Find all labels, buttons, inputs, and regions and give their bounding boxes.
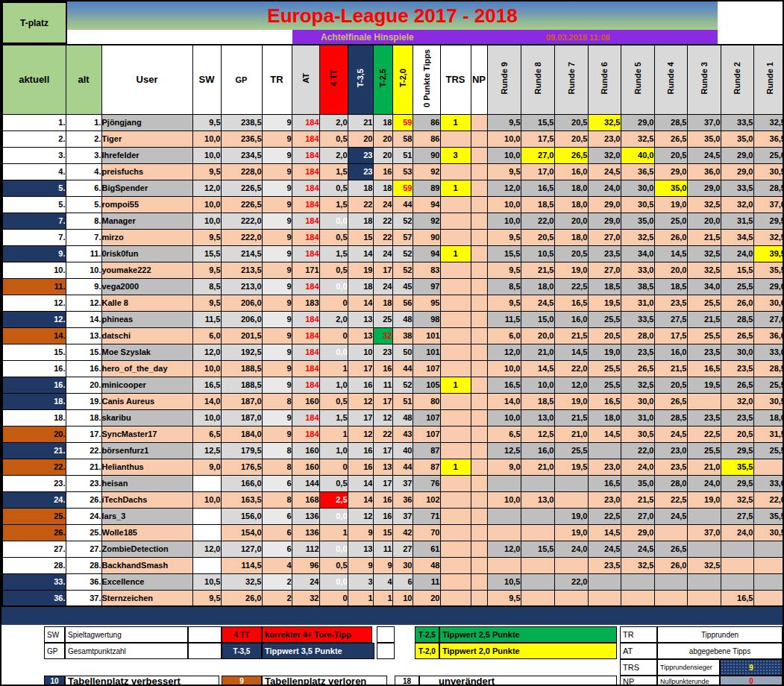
cell-gp[interactable]: 184,0 <box>221 426 262 442</box>
col-header-t35[interactable]: T-3,5 <box>348 45 373 114</box>
cell-r2[interactable]: 29,0 <box>721 163 753 180</box>
cell-r1[interactable]: 30,5 <box>753 524 784 541</box>
cell-r4[interactable]: 23,0 <box>654 442 687 459</box>
cell-r7[interactable]: 19,0 <box>554 508 588 524</box>
cell-tr[interactable]: 4 <box>262 557 292 573</box>
cell-gp[interactable]: 226,5 <box>221 196 262 213</box>
cell-gp[interactable]: 163,5 <box>221 491 262 508</box>
cell-r1[interactable]: 30,5 <box>753 393 784 409</box>
cell-r3[interactable] <box>687 393 721 409</box>
cell-tr[interactable]: 9 <box>262 114 292 130</box>
cell-r4[interactable]: 20,5 <box>654 147 687 163</box>
cell-t20[interactable]: 43 <box>392 426 413 442</box>
cell-t35[interactable]: 19 <box>348 262 373 278</box>
cell-r6[interactable] <box>588 573 621 590</box>
cell-akt[interactable]: 24. <box>2 491 66 508</box>
col-header-at[interactable]: AT <box>292 45 319 114</box>
cell-sw[interactable]: 10,5 <box>192 573 221 590</box>
cell-r5[interactable]: 29,0 <box>621 524 654 541</box>
legend-improved-key[interactable]: 10 <box>44 676 65 686</box>
cell-t20[interactable]: 50 <box>392 344 413 360</box>
cell-alt[interactable]: 17. <box>66 426 101 442</box>
cell-r3[interactable]: 25,5 <box>687 327 721 344</box>
cell-r1[interactable] <box>753 459 784 475</box>
cell-r4[interactable]: 20,5 <box>654 377 687 393</box>
cell-akt[interactable]: 12. <box>2 311 66 327</box>
cell-r7[interactable]: 22,0 <box>554 360 588 377</box>
cell-r7[interactable]: 19,0 <box>554 524 588 541</box>
cell-r2[interactable]: 23,5 <box>721 409 753 426</box>
cell-tt4[interactable]: 1,5 <box>319 409 348 426</box>
cell-np[interactable] <box>471 459 487 475</box>
cell-r5[interactable]: 32,5 <box>621 130 654 147</box>
cell-r5[interactable]: 36,5 <box>621 163 654 180</box>
cell-gp[interactable]: 166,0 <box>221 475 262 491</box>
cell-r4[interactable]: 28,5 <box>654 114 687 130</box>
col-header-r1[interactable]: Runde 1 <box>753 45 784 114</box>
cell-r4[interactable]: 16,0 <box>654 344 687 360</box>
cell-trs[interactable] <box>440 442 471 459</box>
cell-t35[interactable]: 3 <box>348 573 373 590</box>
cell-sw[interactable]: 10,0 <box>192 147 221 163</box>
cell-r9[interactable]: 6,5 <box>487 426 521 442</box>
cell-t20[interactable]: 44 <box>392 459 413 475</box>
cell-r7[interactable]: 20,5 <box>554 130 588 147</box>
cell-akt[interactable]: 7. <box>2 229 66 245</box>
cell-t35[interactable]: 14 <box>348 295 373 311</box>
cell-t20[interactable]: 48 <box>392 409 413 426</box>
cell-t20[interactable]: 52 <box>392 377 413 393</box>
cell-r7[interactable]: 14,5 <box>554 344 588 360</box>
cell-t35[interactable]: 9 <box>348 524 373 541</box>
cell-t20[interactable]: 38 <box>392 327 413 344</box>
cell-tt4[interactable]: 1,0 <box>319 377 348 393</box>
cell-trs[interactable] <box>440 295 471 311</box>
cell-trs[interactable] <box>440 590 471 606</box>
cell-t35[interactable]: 12 <box>348 508 373 524</box>
cell-t35[interactable]: 16 <box>348 377 373 393</box>
cell-sw[interactable] <box>192 524 221 541</box>
cell-r8[interactable] <box>521 524 554 541</box>
cell-sw[interactable]: 8,5 <box>192 278 221 295</box>
cell-r9[interactable]: 10,5 <box>487 573 521 590</box>
cell-r7[interactable]: 18,0 <box>554 229 588 245</box>
cell-r4[interactable]: 20,0 <box>654 262 687 278</box>
cell-r7[interactable]: 19,0 <box>554 393 588 409</box>
cell-r8[interactable]: 18,5 <box>521 196 554 213</box>
cell-t25[interactable]: 1 <box>373 590 392 606</box>
cell-t25[interactable]: 17 <box>373 475 392 491</box>
cell-r4[interactable]: 23,5 <box>654 459 687 475</box>
cell-gp[interactable]: 127,0 <box>221 541 262 557</box>
legend-lost-label[interactable]: Tabellenplatz verloren <box>262 676 387 686</box>
cell-at[interactable]: 184 <box>292 114 319 130</box>
cell-r8[interactable] <box>521 590 554 606</box>
cell-user[interactable]: Helianthus <box>101 459 192 475</box>
cell-t20[interactable]: 37 <box>392 475 413 491</box>
cell-t25[interactable]: 18 <box>373 180 392 196</box>
cell-gp[interactable]: 176,5 <box>221 459 262 475</box>
cell-tr[interactable]: 9 <box>262 130 292 147</box>
col-header-user[interactable]: User <box>101 45 192 114</box>
cell-gp[interactable]: 26,0 <box>221 590 262 606</box>
cell-np[interactable] <box>471 245 487 262</box>
cell-tt4[interactable]: 2,5 <box>319 491 348 508</box>
col-header-r4[interactable]: Runde 4 <box>654 45 687 114</box>
cell-r8[interactable]: 15,0 <box>521 311 554 327</box>
cell-r3[interactable]: 19,5 <box>687 377 721 393</box>
cell-t35[interactable]: 14 <box>348 245 373 262</box>
cell-r2[interactable]: 32,5 <box>721 491 753 508</box>
cell-r3[interactable]: 24,0 <box>687 475 721 491</box>
cell-t35[interactable]: 12 <box>348 393 373 409</box>
cell-r4[interactable]: 18,5 <box>654 278 687 295</box>
cell-r3[interactable] <box>687 573 721 590</box>
cell-trs[interactable] <box>440 196 471 213</box>
cell-t25[interactable]: 15 <box>373 524 392 541</box>
cell-trs[interactable] <box>440 311 471 327</box>
cell-t20[interactable]: 42 <box>392 524 413 541</box>
cell-r5[interactable]: 30,0 <box>621 180 654 196</box>
cell-gp[interactable]: 238,5 <box>221 114 262 130</box>
cell-r4[interactable]: 26,0 <box>654 557 687 573</box>
legend-t20-key[interactable]: T-2,0 <box>415 643 439 659</box>
cell-sw[interactable]: 16,5 <box>192 377 221 393</box>
cell-at[interactable]: 96 <box>292 557 319 573</box>
cell-user[interactable]: lars_3 <box>101 508 192 524</box>
